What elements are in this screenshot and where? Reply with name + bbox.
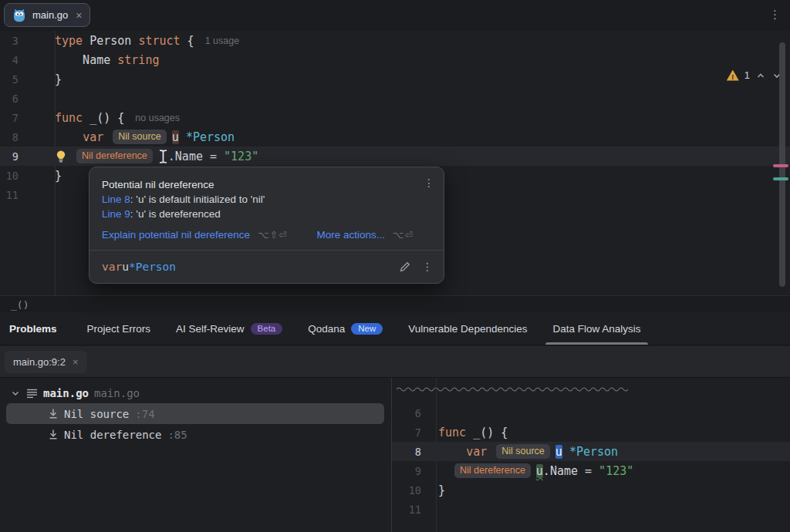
more-actions-link[interactable]: More actions... — [316, 229, 385, 241]
line-9-text: : 'u' is dereferenced — [130, 208, 221, 220]
problems-tab-qodana[interactable]: QodanaNew — [298, 312, 393, 345]
jump-to-source-icon — [48, 429, 59, 440]
code-token: *Person — [186, 130, 235, 144]
inspection-tooltip: Potential nil dereference ⋮ Line 8: 'u' … — [89, 167, 444, 284]
inlay-hint-badge[interactable]: Nil source — [496, 444, 550, 459]
subtab-label: main.go:9:2 — [13, 356, 66, 368]
tree-item-line: :74 — [135, 408, 154, 420]
code-line-8[interactable]: 8 var Nil sourceu *Person — [392, 442, 790, 461]
code-token: func — [55, 111, 89, 125]
explain-shortcut: ⌥⇧⏎ — [258, 229, 287, 241]
editor-tab-bar: main.go × ⋮ — [0, 0, 790, 31]
line-number[interactable]: 5 — [0, 73, 19, 86]
line-9-link[interactable]: Line 9 — [102, 208, 130, 220]
ide-window: main.go × ⋮ 3type Person struct {1 usage… — [0, 0, 790, 532]
code-line-10[interactable]: 10} — [392, 480, 790, 500]
more-actions-shortcut: ⌥⏎ — [393, 229, 414, 241]
line-number[interactable]: 7 — [0, 112, 19, 124]
dfa-preview-editor[interactable]: 67func _() {8 var Nil sourceu *Person9 N… — [392, 378, 790, 532]
code-token: 1 usage — [205, 35, 239, 46]
tooltip-kebab-icon[interactable]: ⋮ — [424, 177, 434, 189]
warning-triangle-icon — [727, 70, 739, 81]
tree-item-label: Nil source — [64, 408, 129, 420]
inspections-widget[interactable]: 1 — [727, 69, 782, 81]
inlay-hint-badge[interactable]: Nil dereference — [454, 463, 531, 478]
problems-panel-title[interactable]: Problems — [9, 323, 57, 335]
edit-pencil-icon[interactable] — [399, 261, 411, 273]
tab-label: Project Errors — [87, 323, 151, 335]
code-line-9[interactable]: 9 Nil dereference.Name = "123" — [0, 146, 790, 166]
line-number[interactable]: 10 — [392, 484, 421, 497]
code-token — [438, 445, 466, 459]
line-number[interactable]: 11 — [0, 189, 19, 201]
code-token: { — [187, 34, 194, 48]
code-token: "123" — [599, 464, 633, 478]
code-token: type — [55, 34, 89, 48]
code-token: "123" — [224, 150, 258, 163]
code-token: _() { — [89, 111, 124, 125]
problems-tab-data-flow-analysis[interactable]: Data Flow Analysis — [542, 312, 650, 345]
inlay-hint-badge[interactable]: Nil dereference — [76, 149, 153, 163]
line-number[interactable]: 6 — [392, 407, 421, 419]
declaration-kebab-icon[interactable]: ⋮ — [422, 261, 434, 273]
error-stripe-mark-pink[interactable] — [773, 164, 788, 167]
subtab-close-icon[interactable]: × — [73, 356, 79, 368]
line-number[interactable]: 8 — [0, 131, 19, 143]
go-gopher-icon — [12, 8, 26, 22]
code-token: } — [55, 169, 62, 183]
code-token: } — [438, 483, 445, 497]
code-line-7[interactable]: 7func _() { — [392, 423, 790, 442]
line-number[interactable]: 6 — [0, 93, 19, 105]
tab-close-icon[interactable]: × — [76, 9, 82, 22]
line-number[interactable]: 9 — [0, 150, 19, 163]
code-token: func — [438, 426, 473, 439]
tab-label: Qodana — [308, 323, 345, 335]
problems-tab-vulnerable-dependencies[interactable]: Vulnerable Dependencies — [398, 312, 537, 345]
tab-label: Vulnerable Dependencies — [408, 323, 527, 335]
editor-options-kebab-icon[interactable]: ⋮ — [769, 8, 781, 22]
code-line-3[interactable]: 3type Person struct {1 usage — [0, 31, 790, 50]
lightbulb-icon[interactable] — [55, 150, 67, 163]
inlay-hint-badge[interactable]: Nil source — [113, 130, 167, 144]
error-stripe-mark-teal[interactable] — [773, 177, 788, 180]
line-number[interactable]: 8 — [392, 446, 421, 458]
editor-tab-main-go[interactable]: main.go × — [4, 3, 90, 27]
explain-action-link[interactable]: Explain potential nil dereference — [102, 229, 250, 241]
tree-root-row[interactable]: main.go main.go — [0, 382, 390, 403]
line-number[interactable]: 3 — [0, 35, 19, 47]
code-line-8[interactable]: 8 var Nil sourceu *Person — [0, 127, 790, 146]
prev-problem-chevron-up-icon[interactable] — [755, 70, 766, 81]
code-line-7[interactable]: 7func _() {no usages — [0, 108, 790, 127]
preview-code-area[interactable]: 67func _() {8 var Nil sourceu *Person9 N… — [392, 403, 790, 519]
tree-item-nil-source[interactable]: Nil source :74 — [6, 403, 384, 424]
problems-tab-project-errors[interactable]: Project Errors — [77, 312, 161, 345]
code-line-6[interactable]: 6 — [0, 89, 790, 108]
dfa-subtab-bar: main.go:9:2 × — [0, 346, 790, 378]
code-line-11[interactable]: 11 — [392, 500, 790, 519]
code-token: var — [83, 130, 110, 144]
line-number[interactable]: 4 — [0, 54, 19, 66]
code-line-5[interactable]: 5} — [0, 69, 790, 89]
problems-tabs: Project ErrorsAI Self-ReviewBetaQodanaNe… — [77, 312, 657, 345]
line-number[interactable]: 7 — [392, 426, 421, 439]
line-8-link[interactable]: Line 8 — [102, 194, 130, 205]
breadcrumb[interactable]: _() — [11, 299, 29, 311]
code-token: = — [585, 464, 599, 478]
tab-badge-beta: Beta — [251, 323, 283, 335]
code-token: no usages — [135, 113, 180, 123]
code-token — [562, 445, 569, 459]
problems-tab-ai-self-review[interactable]: AI Self-ReviewBeta — [166, 312, 292, 345]
line-number[interactable]: 9 — [392, 465, 421, 477]
chevron-down-icon[interactable] — [10, 388, 21, 399]
line-number[interactable]: 11 — [392, 503, 421, 516]
code-line-9[interactable]: 9 Nil dereferenceu.Name = "123" — [392, 461, 790, 480]
subtab-main-go-9-2[interactable]: main.go:9:2 × — [5, 351, 87, 373]
line-8-text: : 'u' is default initialized to 'nil' — [130, 194, 265, 205]
code-line-6[interactable]: 6 — [392, 403, 790, 423]
dfa-tree: main.go main.go Nil source :74 Nil deref… — [0, 378, 390, 532]
line-number[interactable]: 10 — [0, 170, 19, 182]
tree-item-nil-dereference[interactable]: Nil dereference :85 — [0, 424, 390, 445]
code-token — [179, 130, 186, 144]
tab-badge-new: New — [351, 323, 383, 335]
code-line-4[interactable]: 4 Name string — [0, 50, 790, 69]
